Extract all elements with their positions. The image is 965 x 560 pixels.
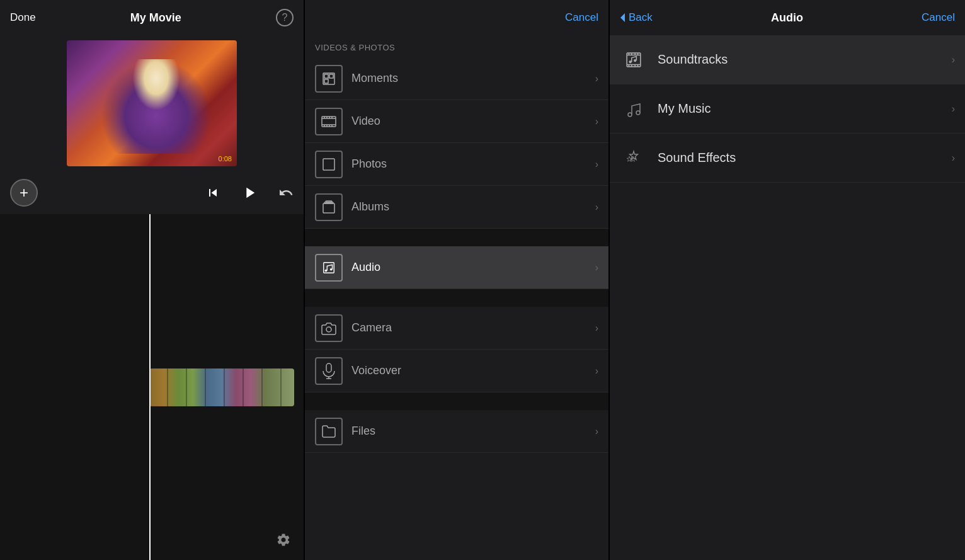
moments-chevron: › xyxy=(595,73,598,84)
video-character xyxy=(101,59,212,154)
settings-button[interactable] xyxy=(273,530,294,550)
audio-back-button[interactable]: Back xyxy=(620,11,653,24)
media-item-voiceover[interactable]: Voiceover › xyxy=(305,350,608,392)
camera-label: Camera xyxy=(351,321,595,334)
video-preview: 0:08 xyxy=(67,40,237,166)
svg-rect-18 xyxy=(326,201,332,202)
moments-icon xyxy=(315,65,343,93)
rewind-button[interactable] xyxy=(205,185,220,200)
audio-svg xyxy=(322,261,336,275)
svg-point-22 xyxy=(326,327,331,332)
svg-point-38 xyxy=(634,59,636,61)
add-button[interactable]: + xyxy=(10,179,38,207)
photos-icon xyxy=(315,151,343,178)
editor-header: Done My Movie ? xyxy=(0,0,304,35)
my-music-icon xyxy=(620,95,648,123)
audio-chevron: › xyxy=(595,262,598,273)
media-panel: Cancel VIDEOS & PHOTOS Moments › xyxy=(305,0,610,560)
photos-chevron: › xyxy=(595,159,598,170)
svg-point-21 xyxy=(330,268,333,270)
voiceover-label: Voiceover xyxy=(351,364,595,377)
svg-rect-3 xyxy=(324,79,328,83)
media-item-video[interactable]: Video › xyxy=(305,100,608,143)
audio-header: Back Audio Cancel xyxy=(610,0,965,35)
media-cancel-button[interactable]: Cancel xyxy=(565,11,598,24)
audio-items-list: Soundtracks › My Music › xyxy=(610,35,965,560)
audio-title: Audio xyxy=(771,11,803,25)
back-chevron-icon xyxy=(620,13,626,23)
play-button[interactable] xyxy=(241,184,258,202)
help-button[interactable]: ? xyxy=(276,9,294,26)
sound-effects-icon xyxy=(620,144,648,172)
video-timestamp: 0:08 xyxy=(219,155,232,163)
photos-svg xyxy=(321,157,336,172)
audio-item-soundtracks[interactable]: Soundtracks › xyxy=(610,35,965,84)
svg-rect-23 xyxy=(326,363,331,372)
audio-cancel-button[interactable]: Cancel xyxy=(922,11,955,24)
files-svg xyxy=(321,424,336,439)
section-label: VIDEOS & PHOTOS xyxy=(305,35,608,57)
svg-rect-2 xyxy=(329,74,333,78)
sound-effects-svg xyxy=(625,150,642,166)
media-header: Cancel xyxy=(305,0,608,35)
undo-icon xyxy=(278,185,294,200)
moments-svg xyxy=(321,71,336,86)
soundtracks-chevron: › xyxy=(952,54,955,66)
svg-rect-15 xyxy=(323,159,334,170)
video-content: 0:08 xyxy=(67,40,237,166)
media-item-albums[interactable]: Albums › xyxy=(305,186,608,229)
timeline-area xyxy=(0,214,304,560)
my-music-svg xyxy=(626,101,641,117)
movie-title: My Movie xyxy=(130,11,181,25)
media-item-audio[interactable]: Audio › xyxy=(305,246,608,289)
albums-chevron: › xyxy=(595,202,598,213)
files-chevron: › xyxy=(595,426,598,437)
editor-panel: Done My Movie ? 0:08 + xyxy=(0,0,305,560)
audio-item-sound-effects[interactable]: Sound Effects › xyxy=(610,134,965,183)
svg-rect-16 xyxy=(323,203,334,213)
undo-button[interactable] xyxy=(278,185,294,200)
video-svg xyxy=(321,115,336,128)
add-icon: + xyxy=(20,184,28,202)
audio-label: Audio xyxy=(351,261,595,274)
video-chevron: › xyxy=(595,116,598,127)
moments-label: Moments xyxy=(351,72,595,85)
soundtracks-icon xyxy=(620,46,648,74)
editor-controls: + xyxy=(0,171,304,214)
audio-panel: Back Audio Cancel xyxy=(610,0,965,560)
timeline-strip-inner xyxy=(149,369,294,406)
files-icon xyxy=(315,418,343,445)
media-item-photos[interactable]: Photos › xyxy=(305,143,608,186)
media-separator-1 xyxy=(305,229,608,246)
audio-icon xyxy=(315,254,343,282)
svg-point-20 xyxy=(325,269,328,271)
camera-svg xyxy=(321,321,336,335)
done-button[interactable]: Done xyxy=(10,11,36,24)
sound-effects-chevron: › xyxy=(952,152,955,164)
albums-label: Albums xyxy=(351,200,595,214)
media-item-moments[interactable]: Moments › xyxy=(305,57,608,100)
video-icon xyxy=(315,108,343,135)
rewind-icon xyxy=(205,185,220,200)
media-separator-3 xyxy=(305,392,608,410)
media-item-files[interactable]: Files › xyxy=(305,410,608,453)
my-music-chevron: › xyxy=(952,103,955,115)
albums-svg xyxy=(321,200,336,215)
media-separator-2 xyxy=(305,289,608,307)
media-list: VIDEOS & PHOTOS Moments › xyxy=(305,35,608,560)
svg-point-40 xyxy=(636,111,640,115)
camera-chevron: › xyxy=(595,323,598,334)
media-item-camera[interactable]: Camera › xyxy=(305,307,608,350)
voiceover-svg xyxy=(323,363,335,379)
voiceover-chevron: › xyxy=(595,365,598,377)
photos-label: Photos xyxy=(351,157,595,171)
camera-icon xyxy=(315,314,343,342)
audio-item-my-music[interactable]: My Music › xyxy=(610,84,965,134)
svg-point-37 xyxy=(629,60,631,63)
svg-rect-1 xyxy=(324,74,328,78)
voiceover-icon xyxy=(315,357,343,385)
soundtracks-label: Soundtracks xyxy=(658,52,952,67)
video-label: Video xyxy=(351,115,595,128)
gear-icon xyxy=(276,532,291,547)
timeline-strip[interactable] xyxy=(149,369,294,406)
